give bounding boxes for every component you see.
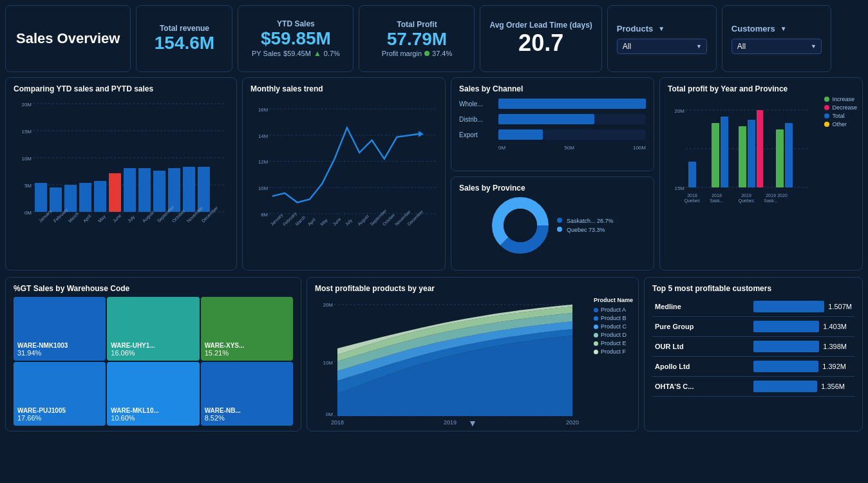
warehouse-treemap: WARE-NMK1003 31.94% WARE-UHY1... 16.06% … (14, 297, 293, 426)
top-customers-title: Top 5 most profitable customers (652, 284, 854, 293)
stream-chart-svg: 20M 10M 0M 2018 2019 2020 (315, 297, 592, 426)
svg-rect-69 (748, 120, 755, 187)
customer-bar-wrap-puregroup: 1.403M (753, 321, 852, 332)
profit-year-card: Total profit by Year and Province Increa… (659, 77, 863, 270)
warehouse-treemap-card: %GT Sales by Warehouse Code WARE-NMK1003… (5, 277, 301, 431)
channel-province-col: Sales by Channel Whole... Distrib... Exp… (451, 77, 654, 270)
svg-text:20M: 20M (674, 108, 684, 114)
tree-cell-uhy1: WARE-UHY1... 16.06% (107, 297, 199, 361)
kpi-profit-margin-label: Profit margin (382, 50, 422, 57)
customer-name-medline: Medline (652, 297, 751, 317)
kpi-profit-label: Total Profit (397, 20, 437, 29)
kpi-profit-dot (424, 51, 429, 56)
customer-row-puregroup: Pure Group 1.403M (652, 317, 854, 337)
kpi-total-revenue-value: 154.6M (155, 33, 214, 53)
svg-rect-71 (776, 129, 784, 187)
channel-track-wholesale (498, 99, 646, 109)
channel-x-labels: 0M 50M 100M (459, 145, 646, 151)
bottom-chart-row: %GT Sales by Warehouse Code WARE-NMK1003… (0, 277, 868, 437)
legend-other: Other (824, 121, 857, 128)
profitable-products-title: Most profitable products by year (315, 284, 630, 293)
svg-text:Quebec: Quebec (684, 198, 701, 204)
customer-bar-ohtas (753, 381, 817, 392)
svg-text:10M: 10M (21, 156, 32, 162)
svg-text:2019: 2019 (741, 193, 751, 198)
channel-row-wholesale: Whole... (459, 99, 646, 109)
svg-rect-10 (35, 183, 47, 212)
customer-bar-ourltd (753, 341, 819, 352)
customer-row-ourltd: OUR Ltd 1.398M (652, 337, 854, 357)
svg-text:January: January (270, 212, 285, 227)
products-select[interactable]: All (617, 39, 707, 54)
svg-rect-19 (168, 168, 180, 212)
customer-value-puregroup: 1.403M (823, 323, 847, 330)
province-donut (491, 196, 549, 254)
products-select-wrap[interactable]: All (617, 39, 707, 54)
profitable-products-card: Most profitable products by year Product… (307, 277, 639, 431)
svg-rect-13 (79, 183, 91, 212)
svg-text:Sask...: Sask... (764, 198, 777, 203)
svg-text:14M: 14M (258, 133, 268, 139)
customers-select-wrap[interactable]: All (731, 39, 822, 54)
svg-text:2018: 2018 (687, 193, 697, 198)
svg-rect-65 (688, 162, 696, 187)
customer-value-ohtas: 1.356M (821, 383, 845, 390)
customer-value-apolloltd: 1.392M (822, 363, 846, 370)
tree-pct-uhy1: 16.06% (111, 349, 195, 357)
customers-filter-label: Customers ▼ (731, 24, 822, 33)
kpi-avg-lead: Avg Order Lead Time (days) 20.7 (480, 5, 601, 72)
warehouse-treemap-title: %GT Sales by Warehouse Code (14, 284, 293, 293)
customers-select[interactable]: All (731, 39, 822, 54)
prod-legend-f: Product F (594, 348, 633, 355)
svg-text:12M: 12M (258, 159, 268, 165)
prod-dot-f (594, 350, 598, 354)
channel-track-export (498, 129, 646, 140)
svg-text:July: July (127, 214, 137, 224)
svg-rect-66 (712, 123, 719, 187)
kpi-ytd-sub: PY Sales $59.45M ▲ 0.7% (252, 49, 340, 58)
legend-decrease-dot (824, 105, 829, 110)
tree-pct-xys: 15.21% (205, 349, 289, 357)
monthly-trend-title: Monthly sales trend (250, 84, 437, 93)
svg-text:10M: 10M (258, 185, 268, 191)
scroll-down-icon[interactable]: ▼ (468, 418, 477, 428)
svg-text:0M: 0M (326, 412, 333, 417)
prod-legend-a: Product A (594, 307, 633, 313)
customer-value-medline: 1.507M (828, 303, 852, 310)
svg-text:8M: 8M (261, 212, 268, 218)
prod-legend-c: Product C (594, 323, 633, 330)
sales-province-title: Sales by Province (459, 184, 646, 193)
prod-dot-a (594, 308, 598, 312)
customer-bar-cell-ourltd: 1.398M (751, 337, 854, 357)
svg-rect-67 (721, 117, 728, 187)
channel-label-distrib: Distrib... (459, 116, 495, 123)
ytd-bar-chart-title: Comparing YTD sales and PYTD sales (14, 84, 229, 93)
svg-text:2018: 2018 (712, 193, 722, 198)
tree-pct-puj1005: 17.66% (17, 414, 102, 422)
customer-bar-wrap-ourltd: 1.398M (753, 341, 852, 352)
channel-fill-distrib (498, 114, 594, 124)
top-bar: Sales Overview Total revenue 154.6M YTD … (0, 0, 868, 77)
customer-row-ohtas: OHTA'S C... 1.356M (652, 377, 854, 397)
kpi-lead-label: Avg Order Lead Time (days) (489, 21, 592, 30)
prod-dot-b (594, 316, 598, 321)
legend-total-dot (824, 113, 829, 118)
svg-text:20M: 20M (323, 302, 333, 308)
province-donut-row: Saskatch... 26.7% Quebec 73.3% (459, 196, 646, 254)
tree-cell-nb: WARE-NB... 8.52% (201, 362, 293, 426)
profit-legend: Increase Decrease Total Other (824, 96, 857, 128)
customer-bar-wrap-ohtas: 1.356M (753, 381, 852, 392)
customer-bar-puregroup (753, 321, 819, 332)
tree-label-puj1005: WARE-PUJ1005 (17, 407, 102, 414)
product-legend: Product Name Product A Product B Product… (594, 297, 633, 355)
svg-text:May: May (97, 214, 107, 223)
channel-fill-export (498, 129, 543, 140)
product-legend-title: Product Name (594, 297, 633, 303)
svg-text:2020: 2020 (777, 193, 788, 198)
prod-legend-b: Product B (594, 315, 633, 321)
tree-label-uhy1: WARE-UHY1... (111, 342, 195, 349)
legend-increase-dot (824, 97, 829, 102)
customer-bar-wrap-medline: 1.507M (753, 301, 852, 312)
ytd-bar-chart-card: Comparing YTD sales and PYTD sales 20M 1… (5, 77, 237, 270)
products-filter-label: Products ▼ (617, 24, 707, 33)
